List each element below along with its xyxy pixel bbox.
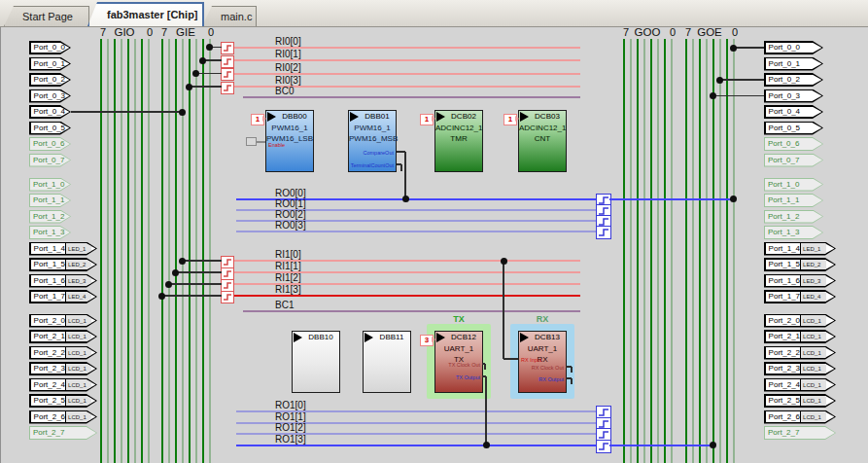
port-right-port-2-2[interactable]: Port_2_2LCD_1 xyxy=(764,346,836,360)
vbus-goe-5[interactable] xyxy=(699,39,701,463)
port-left-port-1-1[interactable]: Port_1_1 xyxy=(29,194,71,207)
row-input-connector[interactable] xyxy=(221,82,234,94)
vbus-gio-7[interactable] xyxy=(100,39,102,463)
port-left-port-0-5[interactable]: Port_0_5 xyxy=(29,122,71,135)
row-input-connector[interactable] xyxy=(221,42,234,54)
port-left-port-0-7[interactable]: Port_0_7 xyxy=(29,154,71,167)
port-left-port-1-6[interactable]: Port_1_6LED_3 xyxy=(29,274,97,288)
vbus-goe-2[interactable] xyxy=(719,39,721,463)
port-right-port-2-3[interactable]: Port_2_3LCD_1 xyxy=(764,362,836,375)
vbus-goo-2[interactable] xyxy=(657,39,659,463)
vbus-goe-0[interactable] xyxy=(733,39,735,463)
digital-block-dbb01[interactable]: DBB01PWM16_1PWM16_MSBCompareOutTerminalC… xyxy=(348,110,397,172)
port-right-port-1-6[interactable]: Port_1_6LED_3 xyxy=(764,274,836,288)
port-right-port-2-4[interactable]: Port_2_4LCD_1 xyxy=(764,378,836,392)
digital-block-dcb12[interactable]: DCB12UART_1TXTX Clock OutTX Output xyxy=(434,331,483,393)
vbus-goo-4[interactable] xyxy=(643,39,645,463)
tab-fab3master-chip[interactable]: fab3master [Chip] xyxy=(87,2,204,26)
bus-line-ro13[interactable] xyxy=(236,445,597,446)
port-left-port-1-2[interactable]: Port_1_2 xyxy=(29,210,71,224)
port-right-port-1-5[interactable]: Port_1_5LED_2 xyxy=(764,258,836,271)
digital-block-dcb03[interactable]: DCB03ADCINC12_1CNT xyxy=(518,110,567,172)
port-left-port-1-7[interactable]: Port_1_7LED_4 xyxy=(29,290,97,303)
port-left-port-2-1[interactable]: Port_2_1LCD_1 xyxy=(29,330,97,343)
bus-line-bc0[interactable] xyxy=(243,96,580,98)
port-right-port-1-0[interactable]: Port_1_0 xyxy=(764,178,823,192)
vbus-gie-6[interactable] xyxy=(168,39,170,463)
port-left-port-0-4[interactable]: Port_0_4 xyxy=(29,105,71,119)
vbus-gio-6[interactable] xyxy=(107,39,109,463)
row-input-connector[interactable] xyxy=(221,55,234,68)
port-right-port-1-1[interactable]: Port_1_1 xyxy=(764,194,823,207)
vbus-gie-5[interactable] xyxy=(175,39,177,463)
tab-start-page[interactable]: Start Page xyxy=(4,6,89,26)
port-left-port-2-2[interactable]: Port_2_2LCD_1 xyxy=(29,346,97,360)
port-left-port-2-6[interactable]: Port_2_6LCD_1 xyxy=(29,410,97,424)
vbus-goe-3[interactable] xyxy=(712,39,714,463)
port-right-port-1-4[interactable]: Port_1_4LED_1 xyxy=(764,242,836,256)
port-right-port-0-4[interactable]: Port_0_4 xyxy=(764,105,823,119)
port-left-port-0-6[interactable]: Port_0_6 xyxy=(29,137,71,151)
vbus-goo-1[interactable] xyxy=(664,39,666,463)
row-output-connector[interactable] xyxy=(596,440,611,453)
port-left-port-1-4[interactable]: Port_1_4LED_1 xyxy=(29,242,97,256)
digital-block-dbb11[interactable]: DBB11 xyxy=(363,331,411,393)
vbus-gie-4[interactable] xyxy=(182,39,184,463)
digital-block-dbb00[interactable]: DBB00PWM16_1PWM16_LSBEnable xyxy=(265,110,314,172)
digital-block-dcb13[interactable]: DCB13UART_1RXRX InputRX Clock OutRX Outp… xyxy=(518,331,567,393)
vbus-gio-1[interactable] xyxy=(141,39,143,463)
digital-block-dbb10[interactable]: DBB10 xyxy=(292,331,340,393)
port-left-port-2-7[interactable]: Port_2_7 xyxy=(29,426,97,440)
vbus-goe-6[interactable] xyxy=(692,39,694,463)
port-left-port-1-3[interactable]: Port_1_3 xyxy=(29,226,71,239)
vbus-goo-5[interactable] xyxy=(637,39,639,463)
port-left-port-0-0[interactable]: Port_0_0 xyxy=(29,41,71,54)
port-right-port-0-0[interactable]: Port_0_0 xyxy=(764,41,823,54)
port-left-port-0-2[interactable]: Port_0_2 xyxy=(29,73,71,87)
port-left-port-1-5[interactable]: Port_1_5LED_2 xyxy=(29,258,97,271)
vbus-gie-0[interactable] xyxy=(209,39,211,463)
port-right-port-2-7[interactable]: Port_2_7 xyxy=(764,426,836,440)
digital-block-dcb02[interactable]: DCB02ADCINC12_1TMR xyxy=(434,110,483,172)
port-left-port-2-4[interactable]: Port_2_4LCD_1 xyxy=(29,378,97,392)
vbus-goe-1[interactable] xyxy=(726,39,728,463)
tab-main-c[interactable]: main.c xyxy=(202,6,257,26)
port-right-port-1-7[interactable]: Port_1_7LED_4 xyxy=(764,290,836,303)
vbus-gie-7[interactable] xyxy=(161,39,163,463)
bus-line-bc1[interactable] xyxy=(243,310,580,312)
port-right-port-2-6[interactable]: Port_2_6LCD_1 xyxy=(764,410,836,424)
vbus-goe-7[interactable] xyxy=(685,39,687,463)
vbus-gio-3[interactable] xyxy=(127,39,129,463)
port-right-port-1-3[interactable]: Port_1_3 xyxy=(764,226,823,239)
vbus-goo-7[interactable] xyxy=(623,39,625,463)
row-input-connector[interactable] xyxy=(221,68,234,81)
vbus-gie-1[interactable] xyxy=(202,39,204,463)
port-right-port-0-5[interactable]: Port_0_5 xyxy=(764,122,823,135)
port-left-port-0-3[interactable]: Port_0_3 xyxy=(29,89,71,103)
port-right-port-0-3[interactable]: Port_0_3 xyxy=(764,89,823,103)
port-right-port-0-2[interactable]: Port_0_2 xyxy=(764,73,823,87)
vbus-goo-0[interactable] xyxy=(671,39,673,463)
vbus-gio-0[interactable] xyxy=(148,39,150,463)
port-right-port-2-5[interactable]: Port_2_5LCD_1 xyxy=(764,394,836,408)
port-left-port-2-3[interactable]: Port_2_3LCD_1 xyxy=(29,362,97,375)
vbus-gio-4[interactable] xyxy=(121,39,122,463)
bus-line-ri13[interactable] xyxy=(232,295,580,297)
port-right-port-2-0[interactable]: Port_2_0LCD_1 xyxy=(764,314,836,328)
vbus-gio-2[interactable] xyxy=(134,39,136,463)
port-left-port-1-0[interactable]: Port_1_0 xyxy=(29,178,71,192)
bus-line-ro03[interactable] xyxy=(236,231,597,232)
port-right-port-0-7[interactable]: Port_0_7 xyxy=(764,154,823,167)
port-left-port-0-1[interactable]: Port_0_1 xyxy=(29,57,71,71)
vbus-gio-5[interactable] xyxy=(114,39,116,463)
vbus-gie-2[interactable] xyxy=(195,39,197,463)
port-right-port-2-1[interactable]: Port_2_1LCD_1 xyxy=(764,330,836,343)
vbus-goo-3[interactable] xyxy=(650,39,652,463)
vbus-gie-3[interactable] xyxy=(189,39,191,463)
port-left-port-2-0[interactable]: Port_2_0LCD_1 xyxy=(29,314,97,328)
row-output-connector[interactable] xyxy=(596,226,611,239)
port-right-port-0-1[interactable]: Port_0_1 xyxy=(764,57,823,71)
vbus-goo-6[interactable] xyxy=(630,39,632,463)
vbus-goe-4[interactable] xyxy=(706,39,708,463)
row-input-connector[interactable] xyxy=(221,291,234,303)
